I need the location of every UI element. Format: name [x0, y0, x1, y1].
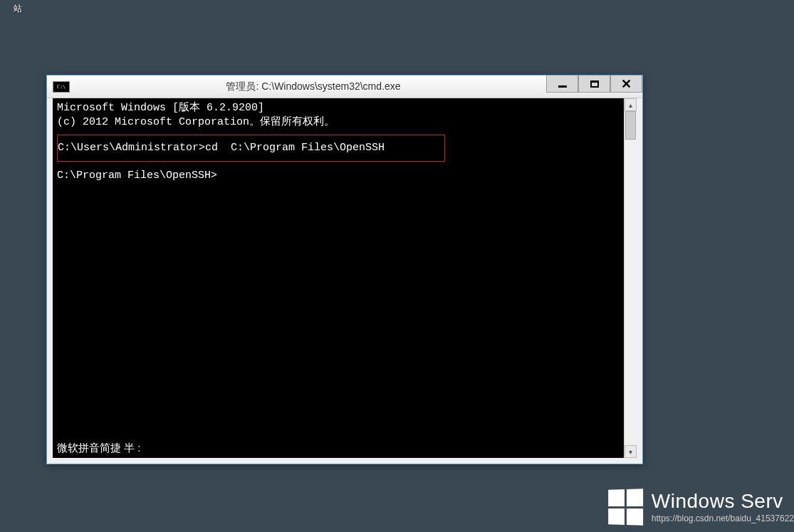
- title-bar[interactable]: 管理员: C:\Windows\system32\cmd.exe ✕: [47, 75, 642, 98]
- terminal-prompt-current: C:\Program Files\OpenSSH>: [57, 169, 620, 183]
- scroll-up-button[interactable]: ▴: [625, 98, 637, 111]
- highlighted-command: C:\Users\Administrator>cd C:\Program Fil…: [57, 135, 445, 162]
- cmd-icon: [53, 81, 70, 93]
- ime-status: 微软拼音简捷 半 :: [57, 441, 141, 455]
- terminal-line-version: Microsoft Windows [版本 6.2.9200]: [57, 101, 620, 115]
- desktop-icon-label: 站: [0, 3, 36, 15]
- terminal-content[interactable]: Microsoft Windows [版本 6.2.9200] (c) 2012…: [53, 98, 624, 458]
- branding-main: Windows Serv: [652, 491, 794, 513]
- scroll-thumb[interactable]: [625, 111, 636, 140]
- scrollbar[interactable]: ▴ ▾: [624, 98, 637, 458]
- terminal-area: Microsoft Windows [版本 6.2.9200] (c) 2012…: [53, 98, 637, 458]
- maximize-icon: [590, 80, 599, 88]
- scroll-down-button[interactable]: ▾: [625, 445, 637, 458]
- branding-text: Windows Serv https://blog.csdn.net/baidu…: [652, 491, 794, 523]
- windows-logo-icon: [608, 489, 643, 525]
- desktop-icon-recycle-bin[interactable]: 站: [0, 0, 36, 15]
- window-controls: ✕: [546, 75, 642, 93]
- cmd-window: 管理员: C:\Windows\system32\cmd.exe ✕ Micro…: [46, 75, 643, 464]
- minimize-icon: [558, 85, 567, 88]
- windows-branding: Windows Serv https://blog.csdn.net/baidu…: [607, 489, 794, 525]
- minimize-button[interactable]: [546, 75, 578, 93]
- maximize-button[interactable]: [578, 75, 610, 93]
- close-button[interactable]: ✕: [610, 75, 642, 93]
- terminal-line-copyright: (c) 2012 Microsoft Corporation。保留所有权利。: [57, 115, 620, 130]
- branding-url: https://blog.csdn.net/baidu_41537622: [652, 514, 794, 523]
- terminal-prompt-cd: C:\Users\Administrator>cd C:\Program Fil…: [58, 142, 385, 154]
- close-icon: ✕: [621, 78, 632, 90]
- scroll-track[interactable]: [625, 111, 637, 445]
